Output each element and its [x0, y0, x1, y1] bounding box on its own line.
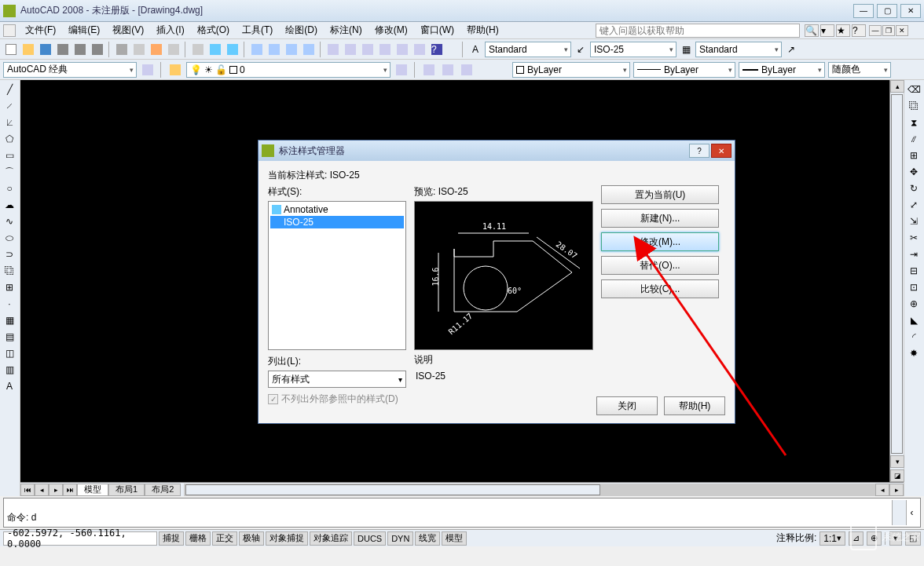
- grid-toggle[interactable]: 栅格: [185, 531, 211, 546]
- menu-format[interactable]: 格式(O): [191, 22, 236, 38]
- modify-style-button[interactable]: 修改(M)...: [601, 232, 719, 251]
- revision-cloud-tool[interactable]: ☁: [2, 197, 17, 213]
- menu-tools[interactable]: 工具(T): [236, 22, 279, 38]
- markup-button[interactable]: [394, 42, 410, 57]
- arc-tool[interactable]: ⌒: [2, 164, 17, 180]
- spline-tool[interactable]: ∿: [2, 214, 17, 229]
- dialog-close-button[interactable]: ✕: [711, 144, 732, 158]
- command-scrollbar[interactable]: [892, 500, 906, 525]
- dialog-help-footer-button[interactable]: 帮助(H): [664, 396, 725, 415]
- rectangle-tool[interactable]: ▭: [2, 148, 17, 163]
- list-item[interactable]: Annotative: [270, 203, 404, 216]
- multileader-style-button[interactable]: ↗: [783, 42, 799, 57]
- dimstyle-combo[interactable]: ISO-25: [590, 42, 676, 57]
- quickcalc-button[interactable]: [412, 42, 427, 57]
- menu-modify[interactable]: 修改(M): [368, 22, 414, 38]
- lineweight-combo[interactable]: ByLayer: [739, 62, 825, 78]
- hscroll-right-button[interactable]: ▸: [889, 484, 904, 496]
- construction-line-tool[interactable]: ⟋: [2, 98, 17, 114]
- snap-toggle[interactable]: 捕捉: [159, 531, 184, 546]
- properties-button[interactable]: [325, 42, 341, 57]
- plot-button[interactable]: [55, 42, 71, 57]
- doc-close-button[interactable]: ✕: [896, 25, 908, 36]
- override-button[interactable]: 替代(O)...: [601, 256, 719, 275]
- new-style-button[interactable]: 新建(N)...: [601, 209, 719, 228]
- textstyle-icon[interactable]: A: [468, 42, 483, 57]
- annotation-scale-combo[interactable]: 1:1 ▾: [820, 531, 845, 546]
- tool-palettes-button[interactable]: [360, 42, 376, 57]
- dimstyle-icon[interactable]: ↙: [573, 42, 588, 57]
- redo-button[interactable]: [225, 42, 240, 57]
- mtext-tool[interactable]: A: [2, 378, 17, 394]
- annotation-visibility-button[interactable]: ⊿: [849, 531, 864, 546]
- menu-dimension[interactable]: 标注(N): [324, 22, 368, 38]
- ducs-toggle[interactable]: DUCS: [354, 531, 386, 546]
- ellipse-arc-tool[interactable]: ⊃: [2, 246, 17, 262]
- table-tool[interactable]: ▥: [2, 362, 17, 378]
- dialog-close-footer-button[interactable]: 关闭: [596, 396, 658, 415]
- array-tool[interactable]: ⊞: [906, 148, 922, 163]
- dyn-toggle[interactable]: DYN: [387, 531, 413, 546]
- plot-preview-button[interactable]: [72, 42, 88, 57]
- offset-tool[interactable]: ⫽: [906, 131, 922, 147]
- circle-tool[interactable]: ○: [2, 181, 17, 196]
- layer-unisolate-button[interactable]: [459, 62, 475, 78]
- command-handle-icon[interactable]: ‹: [906, 500, 917, 525]
- hscroll-left-button[interactable]: ◂: [875, 484, 889, 496]
- block-editor-button[interactable]: [190, 42, 206, 57]
- coordinates-display[interactable]: -602.5972, -560.1161, 0.0000: [3, 531, 157, 546]
- model-toggle[interactable]: 模型: [442, 531, 467, 546]
- annotation-autoscale-button[interactable]: ⊕: [867, 531, 882, 546]
- infocenter-search-icon[interactable]: 🔍: [805, 24, 819, 37]
- doc-minimize-button[interactable]: —: [869, 25, 882, 36]
- stretch-tool[interactable]: ⇲: [906, 214, 922, 229]
- region-tool[interactable]: ◫: [2, 345, 17, 361]
- layer-states-button[interactable]: [421, 62, 437, 78]
- layer-combo[interactable]: 💡 ☀ 🔓 0: [186, 62, 390, 78]
- point-tool[interactable]: ·: [2, 296, 17, 312]
- document-control-icon[interactable]: [3, 24, 16, 37]
- menu-edit[interactable]: 编辑(E): [62, 22, 106, 38]
- dialog-titlebar[interactable]: 标注样式管理器 ? ✕: [258, 141, 735, 161]
- layer-properties-button[interactable]: [167, 62, 183, 78]
- zoom-previous-button[interactable]: [301, 42, 317, 57]
- tab-next-button[interactable]: ▸: [49, 484, 63, 496]
- clean-screen-button[interactable]: ◱: [905, 531, 921, 546]
- plotstyle-combo[interactable]: 随颜色: [828, 62, 891, 78]
- sheet-set-button[interactable]: [377, 42, 393, 57]
- line-tool[interactable]: ╱: [2, 82, 17, 97]
- menu-file[interactable]: 文件(F): [19, 22, 62, 38]
- break-tool[interactable]: ⊡: [906, 279, 922, 295]
- horizontal-scrollbar[interactable]: [184, 484, 875, 496]
- tab-layout2[interactable]: 布局2: [145, 484, 181, 496]
- color-combo[interactable]: ByLayer: [512, 62, 630, 78]
- vertical-scrollbar[interactable]: ▴ ▾ ◪: [889, 80, 904, 482]
- window-maximize-button[interactable]: ▢: [877, 4, 897, 18]
- command-line[interactable]: 命令: d ‹: [3, 498, 921, 528]
- copy-button[interactable]: [131, 42, 147, 57]
- make-block-tool[interactable]: ⊞: [2, 279, 17, 295]
- doc-restore-button[interactable]: ❐: [882, 25, 895, 36]
- infocenter-help-icon[interactable]: ?: [852, 24, 866, 37]
- menu-draw[interactable]: 绘图(D): [279, 22, 324, 38]
- tab-layout1[interactable]: 布局1: [108, 484, 145, 496]
- infocenter-commcenter-icon[interactable]: ▾: [820, 24, 834, 37]
- menu-help[interactable]: 帮助(H): [460, 22, 505, 38]
- new-button[interactable]: [3, 42, 19, 57]
- tablestyle-icon[interactable]: ▦: [678, 42, 694, 57]
- insert-block-tool[interactable]: ⿻: [2, 263, 17, 279]
- fillet-tool[interactable]: ◜: [906, 329, 922, 345]
- polar-toggle[interactable]: 极轴: [239, 531, 264, 546]
- mirror-tool[interactable]: ⧗: [906, 115, 922, 130]
- help-search-input[interactable]: [596, 24, 800, 38]
- workspace-settings-button[interactable]: [140, 62, 156, 78]
- statusbar-menu-button[interactable]: ▾: [889, 531, 902, 546]
- chamfer-tool[interactable]: ◣: [906, 312, 922, 328]
- infocenter-favorites-icon[interactable]: ★: [836, 24, 850, 37]
- undo-button[interactable]: [207, 42, 223, 57]
- match-properties-button[interactable]: [166, 42, 182, 57]
- styles-listbox[interactable]: Annotative ISO-25: [268, 201, 406, 350]
- tab-prev-button[interactable]: ◂: [35, 484, 49, 496]
- dialog-help-button[interactable]: ?: [689, 144, 710, 158]
- join-tool[interactable]: ⊕: [906, 296, 922, 312]
